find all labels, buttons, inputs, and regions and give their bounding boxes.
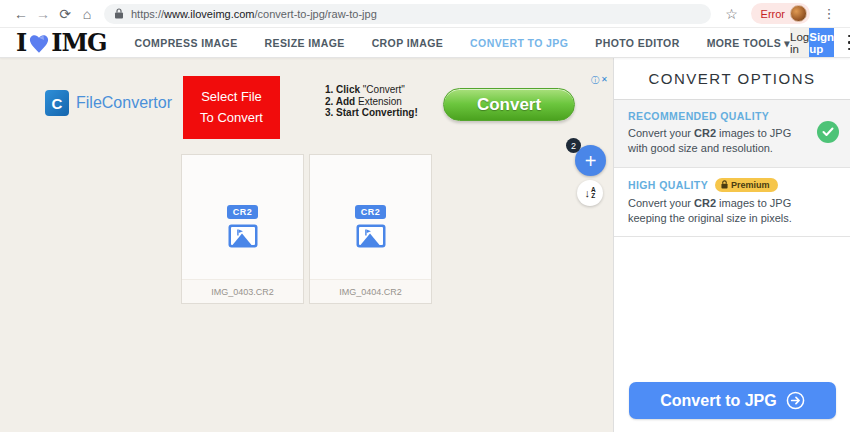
url-path: /convert-to-jpg/raw-to-jpg (255, 8, 377, 20)
logo-text-img: IMG (51, 28, 106, 57)
menu-compress-image[interactable]: COMPRESS IMAGE (135, 37, 238, 49)
arrow-circle-icon (786, 391, 805, 410)
option-high-quality[interactable]: HIGH QUALITY Premium Convert your CR2 im… (614, 168, 850, 238)
home-icon[interactable]: ⌂ (76, 6, 98, 22)
file-name: IMG_0403.CR2 (182, 279, 303, 303)
convert-to-jpg-button[interactable]: Convert to JPG (629, 382, 836, 419)
ad-brand-name: FileConvertor (76, 94, 172, 112)
menu-photo-editor[interactable]: PHOTO EDITOR (595, 37, 679, 49)
file-name: IMG_0404.CR2 (310, 279, 431, 303)
forward-icon[interactable]: → (32, 6, 54, 22)
option-title: RECOMMENDED QUALITY (628, 110, 769, 122)
browser-chrome: ← → ⟳ ⌂ https://www.iloveimg.com/convert… (0, 0, 850, 28)
ad-step-1: 1. Click "Convert" (325, 84, 418, 96)
sort-arrow-icon: ↓ (584, 187, 590, 199)
sort-files-button[interactable]: ↓ A Z (577, 180, 603, 206)
url-protocol: https:// (131, 8, 164, 20)
menu-more-tools[interactable]: MORE TOOLS ▾ (707, 37, 790, 49)
convert-options-sidebar: CONVERT OPTIONS RECOMMENDED QUALITY Conv… (613, 58, 850, 432)
sort-az-icon: A Z (591, 187, 596, 200)
lock-icon (114, 8, 124, 19)
ad-info-icon[interactable]: ⓘ (591, 75, 599, 86)
ad-select-file-button[interactable]: Select File To Convert (183, 76, 280, 139)
option-title: HIGH QUALITY (628, 179, 708, 191)
menu-convert-to-jpg[interactable]: CONVERT TO JPG (470, 37, 568, 49)
ad-convert-button[interactable]: Convert (443, 88, 575, 121)
main-menu: COMPRESS IMAGE RESIZE IMAGE CROP IMAGE C… (135, 28, 791, 57)
workspace: C FileConvertor Select File To Convert 1… (0, 58, 613, 432)
file-card-2-body: CR2 (310, 155, 431, 279)
error-label: Error (761, 8, 785, 20)
sidebar-title: CONVERT OPTIONS (614, 58, 850, 100)
profile-error-badge[interactable]: Error (751, 3, 810, 24)
file-count-badge: 2 (566, 138, 581, 153)
lock-icon (721, 180, 728, 189)
plus-icon: + (585, 151, 597, 171)
format-badge: CR2 (227, 205, 259, 219)
back-icon[interactable]: ← (10, 6, 32, 22)
signup-button[interactable]: Sign up (809, 28, 834, 57)
login-button[interactable]: Log in (790, 28, 809, 57)
file-card-2[interactable]: CR2 IMG_0404.CR2 (309, 154, 432, 304)
premium-badge: Premium (715, 178, 778, 192)
menu-crop-image[interactable]: CROP IMAGE (372, 37, 443, 49)
bookmark-star-icon[interactable]: ☆ (721, 6, 743, 22)
option-description: Convert your CR2 images to JPG keeping t… (628, 196, 808, 226)
ad-close-icon[interactable]: ✕ (601, 75, 608, 86)
site-navbar: I IMG COMPRESS IMAGE RESIZE IMAGE CROP I… (0, 28, 850, 58)
file-card-1[interactable]: CR2 IMG_0403.CR2 (181, 154, 304, 304)
address-bar[interactable]: https://www.iloveimg.com/convert-to-jpg/… (104, 4, 711, 24)
fileconvertor-logo-icon: C (45, 90, 69, 116)
profile-avatar (790, 5, 807, 22)
reload-icon[interactable]: ⟳ (54, 6, 76, 22)
file-grid: CR2 IMG_0403.CR2 CR2 (181, 154, 432, 304)
ad-step-2: 2. Add Extension (325, 96, 418, 108)
image-placeholder-icon (356, 224, 386, 248)
selected-check-icon (817, 121, 839, 143)
url-domain: www.iloveimg.com (164, 8, 254, 20)
ad-brand-link[interactable]: C FileConvertor (45, 90, 172, 116)
logo-text-i: I (16, 28, 26, 57)
option-recommended-quality[interactable]: RECOMMENDED QUALITY Convert your CR2 ima… (614, 100, 850, 168)
option-description: Convert your CR2 images to JPG with good… (628, 126, 808, 156)
ad-step-3: 3. Start Converting! (325, 107, 418, 119)
heart-icon (28, 34, 50, 54)
site-logo[interactable]: I IMG (0, 28, 121, 57)
convert-button-label: Convert to JPG (660, 392, 776, 410)
menu-resize-image[interactable]: RESIZE IMAGE (265, 37, 345, 49)
ad-select-line1: Select File (201, 87, 262, 107)
hamburger-menu-icon[interactable] (834, 28, 850, 57)
ad-choices: ⓘ ✕ (591, 75, 608, 86)
file-card-1-body: CR2 (182, 155, 303, 279)
image-placeholder-icon (228, 224, 258, 248)
browser-menu-icon[interactable]: ⋮ (818, 6, 840, 21)
format-badge: CR2 (355, 205, 387, 219)
ad-instructions: 1. Click "Convert" 2. Add Extension 3. S… (325, 84, 418, 119)
ad-select-line2: To Convert (200, 108, 263, 128)
